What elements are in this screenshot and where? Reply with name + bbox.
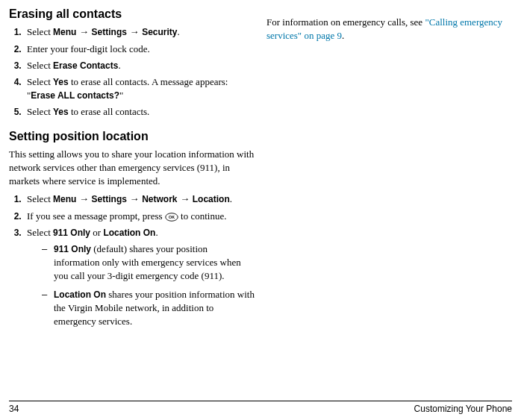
- erase-step-2: Enter your four-digit lock code.: [24, 43, 255, 56]
- security-label: Security: [142, 27, 177, 37]
- section-title: Customizing Your Phone: [414, 403, 512, 416]
- svg-text:OK: OK: [169, 215, 175, 219]
- heading-position-location: Setting position location: [9, 128, 255, 145]
- text: Select: [27, 26, 53, 37]
- erase-all-prompt: Erase ALL contacts?: [31, 90, 119, 101]
- yes-label: Yes: [53, 107, 69, 117]
- menu-label: Menu: [53, 27, 76, 37]
- heading-erasing-contacts: Erasing all contacts: [9, 6, 255, 22]
- erase-steps: Select Menu → Settings → Security. Enter…: [9, 25, 255, 119]
- menu-label: Menu: [53, 194, 76, 204]
- text: If you see a message prompt, press: [27, 210, 165, 222]
- text: or: [90, 227, 103, 238]
- loc-step-1: Select Menu → Settings → Network → Locat…: [24, 192, 255, 206]
- text: For information on emergency calls, see: [266, 16, 425, 28]
- text: .: [230, 193, 232, 204]
- text: to erase all contacts.: [69, 106, 150, 117]
- text: .: [342, 30, 344, 41]
- emergency-info: For information on emergency calls, see …: [266, 16, 512, 43]
- network-label: Network: [142, 194, 177, 204]
- text: .: [178, 26, 180, 37]
- page-footer: 34 Customizing Your Phone: [9, 401, 512, 416]
- location-steps: Select Menu → Settings → Network → Locat…: [9, 192, 255, 328]
- text: Select: [27, 193, 53, 204]
- erase-step-1: Select Menu → Settings → Security.: [24, 25, 255, 39]
- loc-step-2: If you see a message prompt, press OK to…: [24, 210, 255, 223]
- loc-step-3: Select 911 Only or Location On. 911 Only…: [24, 226, 255, 328]
- location-sublist: 911 Only (default) shares your position …: [27, 242, 255, 328]
- text: Select: [27, 60, 53, 71]
- page-number: 34: [9, 403, 19, 416]
- sub-location-on: Location On shares your position informa…: [45, 288, 255, 329]
- text: .: [155, 227, 157, 238]
- arrow: →: [127, 26, 142, 37]
- 911-only-label: 911 Only: [53, 228, 90, 238]
- location-intro: This setting allows you to share your lo…: [9, 148, 255, 189]
- erase-contacts-label: Erase Contacts: [53, 60, 118, 71]
- erase-step-3: Select Erase Contacts.: [24, 59, 255, 72]
- erase-step-4: Select Yes to erase all contacts. A mess…: [24, 75, 255, 102]
- text: ": [119, 90, 123, 101]
- 911-only-bold: 911 Only: [54, 244, 91, 254]
- location-label: Location: [193, 194, 230, 204]
- arrow: →: [178, 193, 193, 204]
- ok-button-icon: OK: [165, 213, 178, 222]
- location-on-label: Location On: [103, 228, 155, 238]
- text: .: [118, 60, 120, 71]
- text: to continue.: [178, 210, 227, 222]
- erase-step-5: Select Yes to erase all contacts.: [24, 105, 255, 119]
- settings-label: Settings: [92, 27, 127, 37]
- text: Select: [27, 106, 53, 117]
- yes-label: Yes: [53, 77, 69, 87]
- settings-label: Settings: [92, 194, 127, 204]
- arrow: →: [76, 193, 91, 204]
- text: Select: [27, 76, 53, 87]
- arrow: →: [127, 193, 142, 204]
- location-on-bold: Location On: [54, 289, 106, 300]
- sub-911-only: 911 Only (default) shares your position …: [45, 242, 255, 283]
- arrow: →: [76, 26, 91, 37]
- text: Select: [27, 227, 53, 238]
